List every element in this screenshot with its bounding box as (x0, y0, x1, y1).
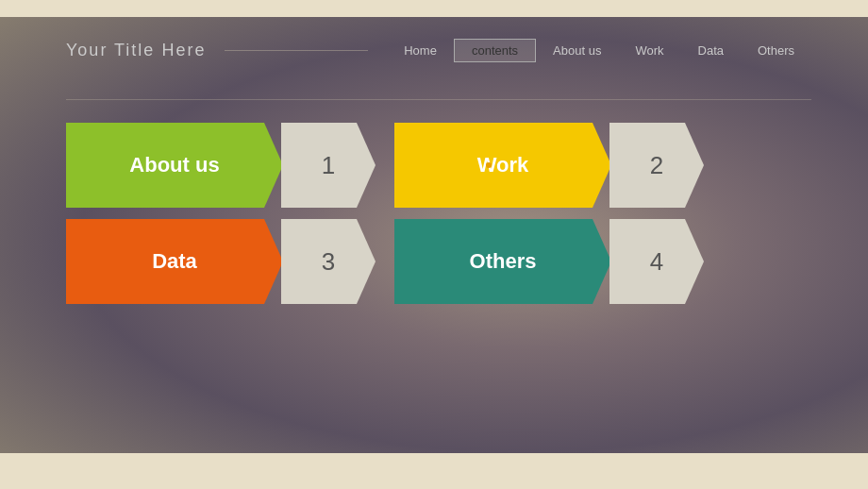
number-3: 3 (281, 219, 376, 304)
number-2-block: 2 (611, 123, 704, 208)
site-title: Your Title Here (66, 41, 206, 60)
work-block[interactable]: Work (376, 123, 611, 208)
number-1-block: 1 (283, 123, 376, 208)
header-divider (66, 99, 811, 100)
bottom-strip (0, 453, 868, 489)
nav-contents[interactable]: contents (454, 39, 536, 62)
work-dot (486, 162, 492, 168)
header-line (225, 50, 368, 51)
nav-work[interactable]: Work (618, 40, 680, 61)
number-4-block: 4 (611, 219, 704, 304)
number-4: 4 (609, 219, 704, 304)
data-label: Data (66, 219, 283, 304)
nav: Home contents About us Work Data Others (387, 39, 811, 62)
nav-about[interactable]: About us (536, 40, 618, 61)
about-us-block[interactable]: About us (66, 123, 283, 208)
top-strip (0, 0, 868, 17)
nav-others[interactable]: Others (741, 40, 811, 61)
row-1: About us 1 Work 2 (66, 123, 802, 208)
row-2: Data 3 Others 4 (66, 219, 802, 304)
nav-data[interactable]: Data (681, 40, 741, 61)
main-content: About us 1 Work 2 Data 3 Others 4 (66, 123, 802, 315)
others-block[interactable]: Others (376, 219, 611, 304)
number-3-block: 3 (283, 219, 376, 304)
work-label: Work (394, 123, 611, 208)
others-label: Others (394, 219, 611, 304)
header: Your Title Here Home contents About us W… (0, 17, 868, 83)
number-2: 2 (609, 123, 704, 208)
about-us-label: About us (66, 123, 283, 208)
nav-home[interactable]: Home (387, 40, 454, 61)
data-block[interactable]: Data (66, 219, 283, 304)
number-1: 1 (281, 123, 376, 208)
